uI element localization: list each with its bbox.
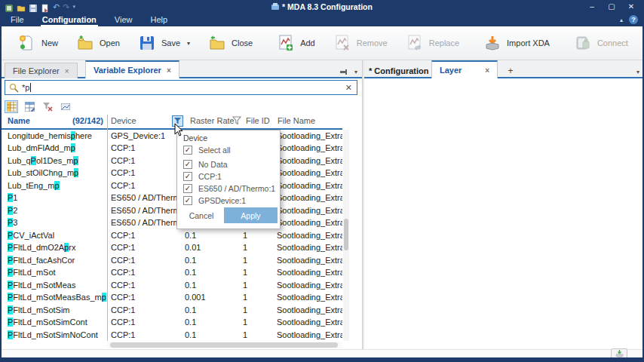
checkbox-icon[interactable]: ✓ bbox=[183, 184, 192, 193]
grid-view-icon[interactable] bbox=[5, 100, 18, 113]
edit-grid-icon[interactable] bbox=[23, 100, 36, 113]
new-button[interactable]: New bbox=[9, 29, 67, 57]
checkbox-icon[interactable]: ✓ bbox=[183, 196, 192, 205]
clear-filter-icon[interactable] bbox=[41, 100, 54, 113]
match-highlight: p bbox=[102, 293, 106, 302]
save-button[interactable]: Save ▾ bbox=[129, 29, 199, 57]
filter-cancel-button[interactable]: Cancel bbox=[183, 208, 219, 223]
new-document-icon bbox=[18, 34, 36, 52]
tab-file-explorer[interactable]: File Explorer × bbox=[5, 63, 78, 78]
right-tabbar-icons: ▾ bbox=[636, 69, 639, 75]
checkbox-icon[interactable]: ✓ bbox=[183, 146, 192, 155]
display-mode-icon[interactable] bbox=[59, 100, 72, 113]
import-xda-button[interactable]: Import XDA bbox=[474, 29, 559, 57]
table-row[interactable]: PFltLd_facAshCorCCP:10.11Sootloading_Ext… bbox=[2, 254, 342, 266]
table-row[interactable]: P1ES650 / AD/Thermo:1Sootloading_Extra.m… bbox=[2, 192, 342, 204]
table-row[interactable]: Longitude_hemisphereGPS_Device:1Sootload… bbox=[2, 130, 342, 142]
table-row[interactable]: Lub_qPol1Des_mpCCP:1Sootloading_Extra.mf… bbox=[2, 155, 342, 167]
menu-help[interactable]: Help bbox=[142, 13, 177, 26]
layer-list-dropdown-icon[interactable]: ▾ bbox=[636, 69, 639, 75]
left-tabbar-icons: ▾ bbox=[340, 69, 357, 75]
cell-device: GPS_Device:1 bbox=[111, 130, 165, 143]
vertical-scrollbar-thumb[interactable] bbox=[344, 219, 348, 250]
add-layer-tab-button[interactable]: + bbox=[504, 66, 517, 76]
export-quick-icon[interactable] bbox=[41, 2, 50, 11]
minimize-button[interactable]: – bbox=[582, 0, 602, 12]
undo-icon[interactable]: ↶ bbox=[53, 2, 60, 11]
column-header-name[interactable]: Name bbox=[8, 116, 30, 125]
connect-button[interactable]: Connect bbox=[565, 29, 637, 57]
save-dropdown-icon[interactable]: ▾ bbox=[187, 40, 190, 47]
vertical-scrollbar[interactable] bbox=[343, 130, 349, 341]
cell-file-name: Sootloading_Extra.mf4 bbox=[277, 216, 342, 229]
filter-option[interactable]: ✓Select all bbox=[183, 146, 231, 155]
table-row[interactable]: Lub_dmFlAdd_mpCCP:1Sootloading_Extra.mf4 bbox=[2, 142, 342, 154]
close-tab-icon[interactable]: × bbox=[485, 66, 489, 75]
tab-layer[interactable]: Layer × bbox=[431, 60, 498, 78]
clear-search-icon[interactable]: ✕ bbox=[345, 83, 352, 93]
table-row[interactable]: Lub_tEng_mpCCP:1Sootloading_Extra.mf4 bbox=[2, 179, 342, 192]
column-header-device[interactable]: Device bbox=[111, 116, 136, 125]
cell-device: CCP:1 bbox=[111, 167, 135, 179]
open-quick-icon[interactable] bbox=[17, 2, 26, 11]
open-button[interactable]: Open bbox=[67, 29, 129, 57]
pin-icon[interactable] bbox=[340, 69, 348, 75]
device-filter-icon[interactable] bbox=[172, 115, 183, 127]
tab-list-dropdown-icon[interactable]: ▾ bbox=[354, 69, 357, 75]
cell-name: P3 bbox=[8, 216, 17, 229]
table-row[interactable]: PFltLd_dmO2AprxCCP:10.011Sootloading_Ext… bbox=[2, 241, 342, 253]
help-icon[interactable]: ? bbox=[629, 15, 638, 24]
main-area: File Explorer × Variable Explorer × ▾ *p bbox=[2, 60, 642, 349]
cell-name: PFltLd_mSot bbox=[8, 266, 56, 279]
collapse-ribbon-icon[interactable]: ▴ bbox=[620, 17, 623, 23]
table-row[interactable]: PFltLd_mSotMeasCCP:10.11Sootloading_Extr… bbox=[2, 279, 342, 291]
menu-configuration[interactable]: Configuration bbox=[33, 13, 106, 26]
horizontal-scrollbar[interactable] bbox=[107, 342, 342, 348]
filter-option[interactable]: ✓ES650 / AD/Thermo:1 bbox=[183, 184, 275, 193]
raster-rate-filter-icon[interactable] bbox=[232, 116, 241, 127]
remove-button[interactable]: Remove bbox=[324, 29, 397, 57]
menu-file[interactable]: File bbox=[2, 13, 33, 26]
cell-device: CCP:1 bbox=[111, 291, 135, 304]
column-header-raster-rate[interactable]: Raster Rate bbox=[190, 116, 235, 125]
tab-variable-explorer[interactable]: Variable Explorer × bbox=[85, 60, 179, 78]
table-row[interactable]: PFltLd_mSotSimCCP:10.11Sootloading_Extra… bbox=[2, 304, 342, 316]
table-row[interactable]: Lub_stOilChng_mpCCP:1Sootloading_Extra.m… bbox=[2, 167, 342, 179]
save-quick-icon[interactable] bbox=[29, 2, 38, 11]
table-row[interactable]: P2ES650 / AD/Thermo:1Sootloading_Extra.m… bbox=[2, 204, 342, 216]
cell-file-id: 1 bbox=[243, 254, 247, 267]
close-button-toolbar[interactable]: Close bbox=[199, 29, 262, 57]
search-input[interactable]: *p ✕ bbox=[5, 80, 357, 95]
redo-icon[interactable]: ↷ bbox=[63, 2, 69, 11]
filter-option[interactable]: ✓No Data bbox=[183, 160, 228, 169]
add-button[interactable]: Add bbox=[268, 29, 324, 57]
title-bar: ↶ ↷ ▾ * MDA 8.3 Configuration – ▢ ✕ bbox=[2, 0, 642, 13]
horizontal-scrollbar-thumb[interactable] bbox=[110, 342, 338, 348]
menu-view[interactable]: View bbox=[106, 13, 142, 26]
replace-button[interactable]: Replace bbox=[397, 29, 468, 57]
column-header-file-name[interactable]: File Name bbox=[278, 116, 315, 125]
right-tab-bar: * Configuration ▾ Layer × + ▾ bbox=[364, 60, 644, 78]
maximize-button[interactable]: ▢ bbox=[602, 0, 621, 12]
table-row[interactable]: PCV_iActValCCP:10.11Sootloading_Extra.mf… bbox=[2, 229, 342, 241]
cell-name: Lub_tEng_mp bbox=[8, 179, 60, 192]
cell-name: PCV_iActVal bbox=[8, 229, 54, 242]
qat-dropdown-icon[interactable]: ▾ bbox=[72, 2, 75, 11]
close-tab-icon[interactable]: × bbox=[65, 67, 69, 75]
close-tab-icon[interactable]: × bbox=[167, 66, 171, 75]
column-header-file-id[interactable]: File ID bbox=[246, 116, 270, 125]
layer-content bbox=[364, 78, 644, 349]
filter-option[interactable]: ✓GPSDevice:1 bbox=[183, 196, 246, 205]
table-row[interactable]: PFltLd_mSotCCP:10.11Sootloading_Extra.mf… bbox=[2, 266, 342, 278]
configuration-selector[interactable]: * Configuration ▾ bbox=[369, 66, 439, 75]
cell-name: Lub_stOilChng_mp bbox=[8, 167, 78, 179]
checkbox-icon[interactable]: ✓ bbox=[183, 160, 192, 169]
checkbox-icon[interactable]: ✓ bbox=[183, 172, 192, 181]
table-row[interactable]: PFltLd_mSotMeasBas_mpCCP:10.0011Sootload… bbox=[2, 291, 342, 303]
table-row[interactable]: PFltLd_mSotSimContCCP:10.11Sootloading_E… bbox=[2, 316, 342, 328]
filter-apply-button[interactable]: Apply bbox=[224, 207, 278, 223]
close-button[interactable]: ✕ bbox=[621, 0, 641, 12]
table-row[interactable]: PFltLd_mSotSimNoContCCP:10.11Sootloading… bbox=[2, 329, 342, 341]
table-row[interactable]: P3ES650 / AD/Thermo:1Sootloading_Extra.m… bbox=[2, 216, 342, 229]
filter-option[interactable]: ✓CCP:1 bbox=[183, 172, 222, 181]
